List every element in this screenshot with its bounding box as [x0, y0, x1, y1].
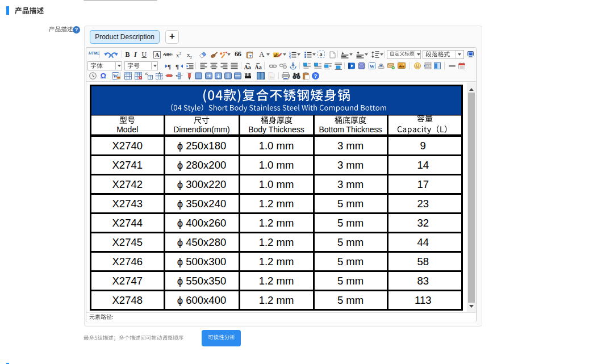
svg-text:?: ?: [314, 73, 317, 79]
svg-text:Aa: Aa: [255, 64, 262, 70]
svg-text:ab: ab: [274, 53, 279, 58]
svg-text:¶: ¶: [168, 63, 171, 70]
svg-text:3: 3: [289, 56, 291, 59]
svg-text:¶: ¶: [176, 63, 179, 70]
svg-text:Aa: Aa: [244, 64, 251, 70]
svg-text:T: T: [249, 54, 252, 58]
svg-text:W: W: [370, 63, 375, 69]
